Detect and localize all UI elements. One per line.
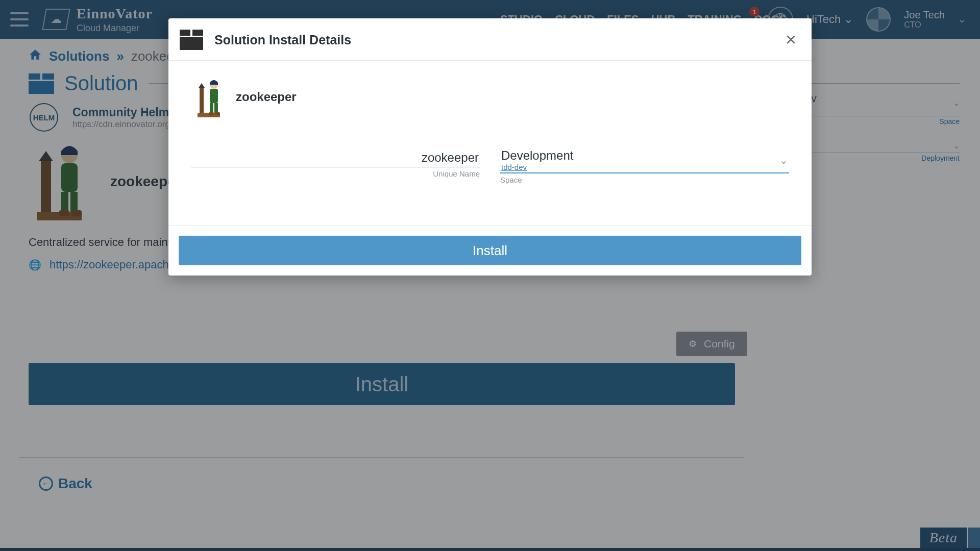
space-subvalue: tdd-dev (501, 163, 573, 171)
unique-name-field: Unique Name (191, 148, 480, 184)
space-field: Development tdd-dev ⌄ Space (500, 148, 789, 184)
chevron-down-icon: ⌄ (779, 154, 788, 166)
install-modal: Solution Install Details × (168, 18, 812, 276)
modal-header: Solution Install Details × (168, 18, 812, 61)
modal-solution-name: zookeeper (236, 90, 297, 104)
modal-title: Solution Install Details (214, 33, 351, 47)
svg-rect-12 (210, 89, 218, 103)
unique-name-input[interactable] (191, 148, 480, 167)
svg-rect-16 (215, 112, 220, 115)
svg-rect-15 (209, 112, 214, 115)
modal-body: zookeeper Unique Name Development tdd-de… (168, 61, 812, 225)
svg-rect-14 (214, 103, 218, 113)
modal-overlay[interactable]: Solution Install Details × (0, 0, 980, 551)
space-value: Development (501, 148, 573, 163)
package-icon (180, 30, 203, 50)
space-select[interactable]: Development tdd-dev ⌄ (500, 148, 789, 173)
unique-name-hint: Unique Name (191, 169, 480, 178)
svg-rect-13 (210, 103, 213, 113)
modal-form: Unique Name Development tdd-dev ⌄ Space (191, 148, 789, 184)
close-icon[interactable]: × (786, 31, 796, 49)
solution-logo-icon (191, 74, 227, 120)
svg-rect-10 (200, 88, 204, 113)
space-hint: Space (500, 176, 789, 184)
modal-solution-row: zookeeper (191, 74, 789, 120)
modal-install-button[interactable]: Install (179, 236, 801, 265)
modal-footer: Install (168, 225, 812, 276)
